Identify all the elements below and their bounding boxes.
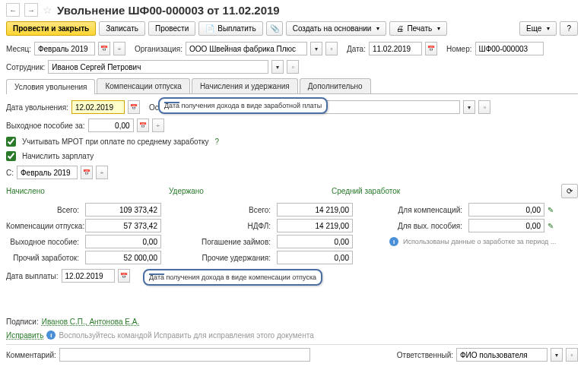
attach-button[interactable]: 📎	[266, 21, 283, 36]
info-text: Использованы данные о заработке за перио…	[403, 238, 556, 245]
from-label: С:	[6, 169, 14, 177]
comp-label: Для компенсаций:	[389, 206, 465, 214]
fix-info-icon: i	[46, 330, 56, 340]
tab-vacation-comp[interactable]: Компенсации отпуска	[97, 78, 189, 93]
month-label: Месяц:	[6, 45, 31, 53]
basis-open-icon[interactable]: ▫	[478, 100, 490, 114]
resp-label: Ответственный:	[397, 351, 453, 359]
create-based-button[interactable]: Создать на основании	[286, 21, 387, 36]
signs-link[interactable]: Иванов С.П., Антонова Е.А.	[42, 318, 139, 326]
num-input[interactable]	[475, 42, 544, 55]
print-button[interactable]: 🖨Печать	[389, 21, 447, 36]
basis-dropdown-icon[interactable]: ▾	[463, 100, 475, 114]
severance-spin-icon[interactable]: ÷	[152, 119, 164, 132]
total-wh-input[interactable]	[277, 203, 353, 217]
total-acc-label: Всего:	[6, 206, 82, 214]
conduct-close-button[interactable]: Провести и закрыть	[6, 21, 96, 36]
nav-back[interactable]: ←	[6, 3, 20, 17]
mrot-label: Учитывать МРОТ при оплате по среднему за…	[22, 138, 209, 146]
conduct-button[interactable]: Провести	[148, 21, 195, 36]
accrued-heading: Начислено	[6, 187, 166, 195]
from-spin-icon[interactable]: ÷	[96, 166, 108, 179]
tab-conditions[interactable]: Условия увольнения	[6, 79, 95, 94]
pay-button[interactable]: 📄Выплатить	[198, 21, 262, 36]
total-acc-input[interactable]	[85, 203, 161, 217]
pay-date-label: Дата выплаты:	[6, 272, 59, 280]
comment-label: Комментарий:	[6, 351, 56, 359]
comment-input[interactable]	[59, 348, 310, 362]
vacation-label: Компенсации отпуска:	[6, 222, 82, 230]
emp-label: Сотрудник:	[6, 63, 45, 71]
total-wh-label: Всего:	[198, 206, 274, 214]
fix-link[interactable]: Исправить	[6, 331, 43, 340]
other-input[interactable]	[85, 251, 161, 264]
accrue-label: Начислить зарплату	[22, 152, 94, 160]
dismiss-date-cal-icon[interactable]: 📅	[128, 100, 140, 114]
nav-fwd[interactable]: →	[24, 3, 38, 17]
basis-input[interactable]	[308, 100, 460, 114]
num-label: Номер:	[446, 45, 472, 53]
org-input[interactable]	[186, 42, 307, 55]
severance-input[interactable]	[88, 119, 134, 132]
avg-heading: Средний заработок	[332, 187, 400, 195]
dismiss-date-label: Дата увольнения:	[6, 103, 68, 112]
window-title: Увольнение ШФ00-000003 от 11.02.2019	[57, 4, 280, 17]
date-cal-icon[interactable]: 📅	[425, 42, 437, 55]
mrot-checkbox[interactable]	[6, 137, 16, 147]
signs-label: Подписи:	[6, 318, 39, 326]
severance-label: Выходное пособие за:	[6, 122, 85, 130]
comp-input[interactable]	[468, 203, 544, 217]
org-label: Организация:	[135, 45, 182, 53]
sev-for-edit-icon[interactable]: ✎	[548, 222, 570, 230]
date-label: Дата:	[347, 45, 366, 53]
help-button[interactable]: ?	[560, 21, 578, 36]
from-cal-icon[interactable]: 📅	[81, 166, 93, 179]
severance-cal-icon[interactable]: 📅	[137, 119, 149, 132]
month-spin-icon[interactable]: ÷	[113, 42, 125, 55]
resp-input[interactable]	[456, 348, 548, 362]
vacation-input[interactable]	[85, 219, 161, 232]
sev-for-label: Для вых. пособия:	[389, 222, 465, 230]
more-button[interactable]: Еще	[519, 21, 557, 36]
dismiss-date-input[interactable]	[71, 100, 125, 114]
callout-salary-date: Дата получения дохода в виде заработной …	[158, 97, 328, 114]
date-input[interactable]	[369, 42, 422, 55]
month-cal-icon[interactable]: 📅	[98, 42, 110, 55]
mrot-help-icon[interactable]: ?	[215, 138, 220, 146]
org-open-icon[interactable]: ▫	[325, 42, 338, 55]
month-input[interactable]	[34, 42, 95, 55]
withheld-heading: Удержано	[169, 187, 328, 195]
loan-input[interactable]	[277, 235, 353, 248]
sev-label: Выходное пособие:	[6, 238, 82, 246]
from-input[interactable]	[17, 166, 78, 179]
ndfl-input[interactable]	[277, 219, 353, 232]
ndfl-label: НДФЛ:	[198, 222, 274, 230]
comp-edit-icon[interactable]: ✎	[548, 206, 570, 214]
pay-date-input[interactable]	[62, 269, 115, 283]
other-label: Прочий заработок:	[6, 254, 82, 262]
fix-hint: Воспользуйтесь командой Исправить для ис…	[59, 331, 313, 340]
emp-dropdown-icon[interactable]: ▾	[271, 60, 284, 74]
loan-label: Погашение займов:	[198, 238, 274, 246]
other-wh-label: Прочие удержания:	[198, 254, 274, 262]
org-dropdown-icon[interactable]: ▾	[310, 42, 322, 55]
info-icon: i	[389, 237, 398, 246]
refresh-button[interactable]: ⟳	[561, 184, 578, 198]
callout-comp-date: Дата получения дохода в виде компенсации…	[143, 269, 322, 286]
emp-input[interactable]	[48, 60, 268, 74]
save-button[interactable]: Записать	[99, 21, 145, 36]
resp-dropdown-icon[interactable]: ▾	[551, 348, 563, 362]
tab-accruals[interactable]: Начисления и удержания	[192, 78, 298, 93]
accrue-checkbox[interactable]	[6, 151, 16, 161]
sev-for-input[interactable]	[468, 219, 544, 232]
resp-open-icon[interactable]: ▫	[566, 348, 578, 362]
emp-open-icon[interactable]: ▫	[287, 60, 299, 74]
pay-date-cal-icon[interactable]: 📅	[118, 269, 130, 283]
favorite-icon[interactable]: ☆	[43, 4, 52, 16]
tab-additional[interactable]: Дополнительно	[300, 78, 371, 93]
sev-input[interactable]	[85, 235, 161, 248]
other-wh-input[interactable]	[277, 251, 353, 264]
